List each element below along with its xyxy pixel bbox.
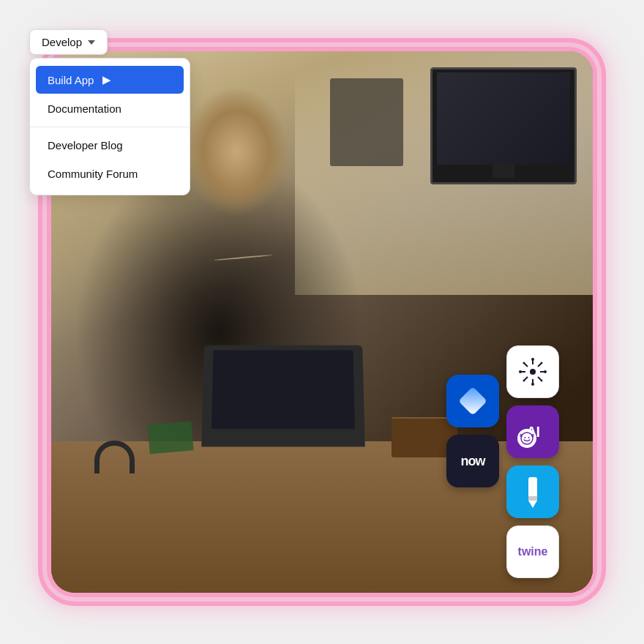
- twine-label: twine: [518, 545, 548, 558]
- svg-point-15: [523, 380, 525, 382]
- scan-circle: [517, 429, 536, 448]
- menu-item-documentation[interactable]: Documentation: [36, 95, 184, 122]
- menu-item-build-app[interactable]: Build App ▶: [36, 66, 184, 94]
- now-icon[interactable]: now: [446, 435, 499, 487]
- app-icons-grid: now: [446, 345, 585, 578]
- svg-point-12: [544, 370, 547, 373]
- now-label: now: [461, 454, 485, 469]
- perplexity-svg: [518, 357, 547, 386]
- pencil-svg: [520, 476, 546, 508]
- menu-item-developer-blog[interactable]: Developer Blog: [36, 132, 184, 159]
- menu-item-community-forum[interactable]: Community Forum: [36, 160, 184, 187]
- community-forum-label: Community Forum: [48, 168, 138, 180]
- green-paper: [148, 421, 194, 454]
- svg-point-0: [530, 369, 536, 375]
- svg-line-6: [538, 377, 541, 380]
- svg-point-16: [541, 380, 543, 382]
- headphones: [94, 441, 135, 473]
- svg-rect-26: [528, 496, 537, 501]
- cursor-icon: ▶: [102, 73, 111, 86]
- svg-point-17: [521, 433, 533, 444]
- svg-point-9: [531, 358, 534, 361]
- monitor-2: [330, 78, 403, 166]
- build-app-label: Build App: [48, 74, 94, 86]
- svg-line-5: [525, 364, 528, 367]
- svg-point-18: [525, 437, 526, 438]
- documentation-label: Documentation: [48, 102, 121, 115]
- laptop: [201, 345, 365, 447]
- perplexity-icon[interactable]: [506, 345, 559, 398]
- monitor-screen: [437, 72, 570, 165]
- laptop-screen: [211, 350, 355, 429]
- develop-button[interactable]: Develop: [29, 29, 108, 55]
- svg-point-14: [541, 362, 543, 364]
- svg-line-7: [538, 364, 541, 367]
- pencil-app-icon[interactable]: [506, 465, 559, 518]
- app-icons-container: now: [446, 345, 585, 578]
- monitor-stand: [493, 165, 514, 178]
- develop-label: Develop: [42, 36, 82, 48]
- nav-bar: Develop Build App ▶ Documentation Develo…: [29, 29, 190, 195]
- face-scan-svg: [520, 431, 534, 446]
- main-container: now: [29, 29, 615, 615]
- ai-scanner-icon[interactable]: AI: [506, 405, 559, 458]
- menu-divider: [30, 127, 190, 127]
- svg-point-13: [523, 362, 525, 364]
- svg-line-8: [525, 377, 528, 380]
- app-icons-col-right: AI: [506, 345, 559, 578]
- jira-icon[interactable]: [446, 375, 499, 427]
- svg-point-10: [531, 383, 534, 386]
- svg-point-11: [519, 370, 522, 373]
- developer-blog-label: Developer Blog: [48, 139, 123, 151]
- monitor: [430, 67, 577, 184]
- svg-point-19: [528, 437, 530, 438]
- chevron-down-icon: [88, 40, 95, 45]
- twine-icon[interactable]: twine: [506, 525, 559, 578]
- dropdown-menu: Build App ▶ Documentation Developer Blog…: [29, 58, 190, 195]
- app-icons-col-left: now: [446, 375, 499, 487]
- svg-marker-25: [528, 501, 537, 508]
